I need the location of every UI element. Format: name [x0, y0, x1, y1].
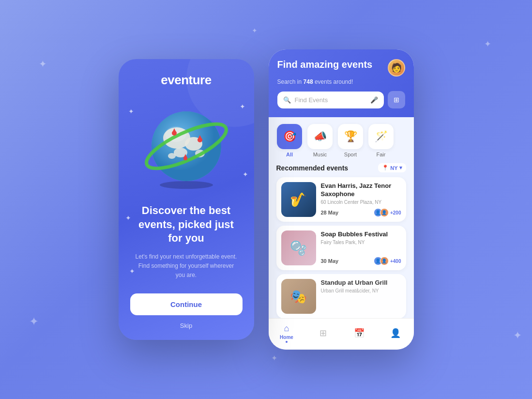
category-fair[interactable]: 🪄 Fair — [368, 124, 395, 157]
event-image-soap: 🫧 — [281, 230, 316, 265]
count-badge-jazz: +200 — [390, 210, 401, 215]
event-info-soap: Soap Bubbles Festival Fairy Tales Park, … — [321, 230, 401, 265]
globe-svg — [138, 95, 235, 192]
avatar-mini-soap-2: 👤 — [380, 257, 389, 265]
event-location-standup: Urban Grill meat&cider, NY — [321, 288, 401, 293]
soap-icon: 🫧 — [290, 240, 307, 256]
category-fair-label: Fair — [377, 152, 386, 157]
event-footer-soap: 30 May 👤 👤 +400 — [321, 257, 401, 265]
category-music-emoji: 📣 — [314, 130, 327, 143]
events-header-subtitle: Search in 748 events around! — [277, 78, 405, 85]
category-music[interactable]: 📣 Music — [307, 124, 334, 157]
event-location-soap: Fairy Tales Park, NY — [321, 240, 401, 245]
search-icon: 🔍 — [283, 96, 291, 104]
bg-sparkle-6: ✦ — [513, 329, 522, 342]
onboarding-subtitle: Let's find your next unforgettable event… — [130, 252, 243, 280]
bottom-nav: ⌂ Home ⊞ 📅 👤 — [269, 318, 414, 350]
event-info-standup: Standup at Urban Grill Urban Grill meat&… — [321, 279, 401, 314]
category-fair-emoji: 🪄 — [375, 130, 388, 143]
event-image-standup: 🎭 — [281, 279, 316, 314]
events-count: 748 — [304, 78, 313, 85]
event-location-jazz: 60 Lincoln Center Plaza, NY — [321, 200, 401, 205]
svg-point-7 — [168, 153, 176, 159]
nav-grid-icon: ⊞ — [319, 328, 327, 338]
event-footer-jazz: 28 May 👤 👤 +200 — [321, 208, 401, 217]
location-pin-icon: 📍 — [382, 165, 389, 171]
recommended-section: Recommended events 📍 NY ▾ 🎷 Evan Harris,… — [269, 161, 414, 318]
attendees-soap: 👤 👤 +400 — [374, 257, 401, 265]
onboarding-sparkle-4: ✦ — [125, 214, 131, 222]
attendees-jazz: 👤 👤 +200 — [374, 208, 401, 217]
search-placeholder: Find Events — [295, 96, 366, 104]
svg-point-0 — [160, 181, 213, 189]
globe-illustration — [138, 95, 235, 192]
bg-sparkle-3: ✦ — [29, 315, 39, 328]
nav-home-label: Home — [280, 335, 293, 340]
location-badge[interactable]: 📍 NY ▾ — [378, 163, 406, 172]
categories-row: 🎯 All 📣 Music 🏆 Sport 🪄 Fair — [269, 117, 414, 161]
nav-home-icon: ⌂ — [284, 323, 289, 334]
count-badge-soap: +400 — [390, 259, 401, 264]
avatar-emoji: 🧑 — [391, 63, 402, 72]
event-date-soap: 30 May — [321, 258, 339, 264]
skip-button[interactable]: Skip — [180, 322, 192, 329]
onboarding-sparkle-1: ✦ — [128, 107, 134, 115]
header-top-row: Find amazing events 🧑 — [277, 59, 405, 77]
nav-item-calendar[interactable]: 📅 — [347, 328, 371, 338]
user-avatar[interactable]: 🧑 — [388, 59, 405, 77]
location-chevron: ▾ — [399, 165, 402, 171]
event-image-jazz: 🎷 — [281, 182, 316, 217]
events-header: Find amazing events 🧑 Search in 748 even… — [269, 49, 414, 117]
category-sport-label: Sport — [344, 152, 357, 157]
search-bar[interactable]: 🔍 Find Events 🎤 — [277, 92, 384, 108]
event-name-soap: Soap Bubbles Festival — [321, 230, 401, 239]
category-music-label: Music — [313, 152, 327, 157]
avatar-mini-2: 👤 — [380, 208, 389, 217]
event-name-jazz: Evan Harris, Jazz Tenor Saxophone — [321, 182, 401, 199]
nav-active-dot — [286, 341, 288, 343]
event-card-standup[interactable]: 🎭 Standup at Urban Grill Urban Grill mea… — [276, 274, 406, 318]
category-all-emoji: 🎯 — [283, 130, 296, 143]
events-phone: Find amazing events 🧑 Search in 748 even… — [269, 49, 414, 350]
category-all[interactable]: 🎯 All — [276, 124, 303, 157]
event-date-jazz: 28 May — [321, 210, 339, 215]
onboarding-sparkle-3: ✦ — [243, 170, 248, 178]
bg-sparkle-2: ✦ — [252, 27, 258, 34]
phones-container: ✦ ✦ ✦ ✦ ✦ eventure — [119, 49, 414, 350]
event-name-standup: Standup at Urban Grill — [321, 279, 401, 287]
avatar-stack-jazz: 👤 👤 — [374, 208, 389, 217]
bg-sparkle-1: ✦ — [39, 58, 47, 70]
nav-calendar-icon: 📅 — [354, 328, 365, 338]
bg-sparkle-4: ✦ — [271, 353, 277, 363]
avatar-stack-soap: 👤 👤 — [374, 257, 389, 265]
onboarding-sparkle-5: ✦ — [129, 267, 135, 275]
section-header: Recommended events 📍 NY ▾ — [276, 163, 406, 172]
category-sport[interactable]: 🏆 Sport — [337, 124, 364, 157]
nav-item-home[interactable]: ⌂ Home — [274, 323, 299, 343]
event-card-soap[interactable]: 🫧 Soap Bubbles Festival Fairy Tales Park… — [276, 226, 406, 270]
category-sport-emoji: 🏆 — [344, 130, 357, 143]
section-title: Recommended events — [276, 164, 349, 172]
event-card-jazz[interactable]: 🎷 Evan Harris, Jazz Tenor Saxophone 60 L… — [276, 177, 406, 222]
standup-icon: 🎭 — [290, 289, 307, 305]
jazz-icon: 🎷 — [290, 192, 307, 208]
category-sport-icon-box: 🏆 — [338, 124, 363, 149]
onboarding-sparkle-2: ✦ — [240, 103, 245, 110]
onboarding-main-title: Discover the best events, picked just fo… — [130, 204, 243, 246]
events-header-title: Find amazing events — [277, 59, 373, 70]
filter-icon: ⊞ — [394, 96, 399, 104]
app-title: eventure — [161, 73, 211, 88]
location-text: NY — [390, 165, 397, 171]
continue-button[interactable]: Continue — [130, 293, 243, 315]
nav-profile-icon: 👤 — [390, 328, 401, 338]
event-info-jazz: Evan Harris, Jazz Tenor Saxophone 60 Lin… — [321, 182, 401, 217]
nav-item-grid[interactable]: ⊞ — [311, 328, 335, 338]
mic-icon[interactable]: 🎤 — [370, 96, 378, 104]
category-all-icon-box: 🎯 — [277, 124, 302, 149]
filter-button[interactable]: ⊞ — [388, 91, 405, 108]
category-all-label: All — [286, 152, 293, 157]
onboarding-phone: ✦ ✦ ✦ ✦ ✦ eventure — [119, 59, 254, 340]
nav-item-profile[interactable]: 👤 — [383, 328, 408, 338]
bg-sparkle-5: ✦ — [484, 39, 491, 49]
category-fair-icon-box: 🪄 — [368, 124, 394, 149]
